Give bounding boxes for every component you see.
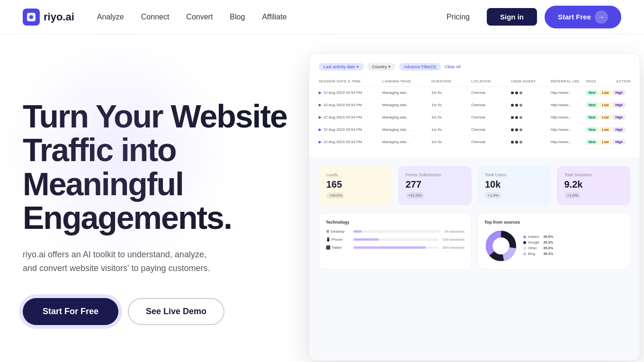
svg-rect-2 [28, 14, 30, 16]
hero-subtext: riyo.ai offers an AI toolkit to understa… [23, 248, 212, 275]
hero-heading-line1: Turn Your Website Traffic into [23, 98, 287, 168]
navbar: riyo.ai Analyze Connect Convert Blog Aff… [0, 0, 644, 34]
nav-logo[interactable]: riyo.ai [23, 9, 74, 26]
start-free-nav-button[interactable]: Start Free → [545, 6, 621, 28]
stat-forms: Forms Submission 277 +11.0% [398, 166, 472, 205]
tech-row-tablet: ⬛ Tablet 384 sessions [326, 245, 465, 250]
bottom-section: Technology 🖥 Desktop 34 sessions 📱 Phone… [309, 213, 640, 279]
dashboard-mockup: Last activity date ▾ Country ▾ Advance F… [309, 53, 640, 361]
donut-legend: Indeed 36.6% Google 35.3% Other 35.0% [523, 235, 553, 257]
hero-right: Last activity date ▾ Country ▾ Advance F… [345, 63, 621, 362]
logo-text: riyo.ai [44, 11, 74, 23]
see-live-demo-button[interactable]: See Live Demo [128, 298, 224, 325]
stats-row: Leads 165 +10.0% Forms Submission 277 +1… [309, 158, 640, 213]
hero-left: Turn Your Website Traffic into Meaningfu… [23, 100, 345, 325]
nav-connect[interactable]: Connect [141, 13, 170, 21]
svg-point-1 [29, 15, 33, 19]
filter-country[interactable]: Country ▾ [367, 63, 395, 71]
filter-date[interactable]: Last activity date ▾ [319, 63, 364, 71]
hero-section: Turn Your Website Traffic into Meaningfu… [0, 34, 644, 362]
start-for-free-button[interactable]: Start For Free [23, 298, 118, 325]
table-row: ▶ 22 Aug 2023 03:54 PM Managing stat... … [319, 136, 630, 148]
logo-icon [23, 9, 40, 26]
filter-bar: Last activity date ▾ Country ▾ Advance F… [319, 63, 630, 71]
table-row: ▶ 22 Aug 2023 03:54 PM Managing stat... … [319, 87, 630, 99]
clear-all-button[interactable]: Clear All [445, 64, 461, 69]
stat-leads: Leads 165 +10.0% [319, 166, 393, 205]
donut-chart [484, 229, 518, 262]
donut-container: Indeed 36.6% Google 35.3% Other 35.0% [484, 229, 623, 262]
tech-row-phone: 📱 Phone 100 sessions [326, 237, 465, 242]
tech-row-desktop: 🖥 Desktop 34 sessions [326, 229, 465, 234]
technology-card: Technology 🖥 Desktop 34 sessions 📱 Phone… [319, 213, 472, 270]
top-sources-card: Top from sources Indeed 36.6 [477, 213, 630, 270]
start-free-nav-label: Start Free [558, 13, 591, 21]
nav-right: Pricing Sign in Start Free → [447, 6, 621, 28]
nav-analyze[interactable]: Analyze [97, 13, 124, 21]
nav-links: Analyze Connect Convert Blog Affiliate [97, 13, 447, 21]
table-row: ▶ 22 Aug 2023 03:54 PM Managing stat... … [319, 99, 630, 111]
hero-heading: Turn Your Website Traffic into Meaningfu… [23, 100, 326, 235]
table-section: Last activity date ▾ Country ▾ Advance F… [309, 54, 640, 158]
nav-convert[interactable]: Convert [186, 13, 213, 21]
nav-affiliate[interactable]: Affiliate [262, 13, 286, 21]
nav-pricing[interactable]: Pricing [447, 13, 470, 21]
table-row: ▶ 22 Aug 2023 03:54 PM Managing stat... … [319, 111, 630, 124]
svg-point-6 [494, 239, 508, 253]
table-header: Session Date & Time Landing Page Duratio… [319, 76, 630, 87]
arrow-icon: → [595, 10, 608, 24]
hero-heading-line2: Meaningful Engagements. [23, 166, 232, 235]
nav-blog[interactable]: Blog [230, 13, 245, 21]
filter-advance[interactable]: Advance Filter(3) [399, 63, 441, 71]
signin-button[interactable]: Sign in [487, 8, 537, 26]
stat-total-sessions: Total Sessions 9.2k +1.0% [557, 166, 631, 205]
hero-cta: Start For Free See Live Demo [23, 298, 326, 325]
stat-total-users: Total Users 10k +1.0% [477, 166, 551, 205]
table-row: ▶ 22 Aug 2023 03:54 PM Managing stat... … [319, 124, 630, 136]
